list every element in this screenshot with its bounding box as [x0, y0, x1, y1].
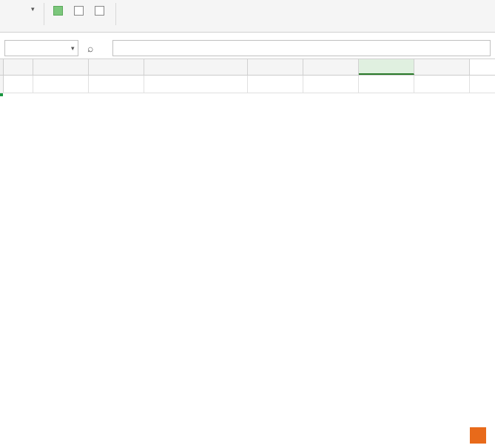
rows — [0, 76, 495, 93]
zoom-icon[interactable]: ⌕ — [83, 42, 98, 54]
separator — [44, 3, 44, 25]
col-header-B[interactable] — [33, 59, 89, 75]
chevron-down-icon: ▾ — [71, 44, 75, 52]
col-header-C[interactable] — [89, 59, 144, 75]
cell[interactable] — [33, 76, 89, 93]
chevron-down-icon: ▾ — [31, 5, 35, 13]
name-box[interactable]: ▾ — [4, 40, 78, 56]
table-row — [0, 76, 495, 93]
page-preview-button[interactable] — [0, 3, 6, 25]
cell[interactable] — [303, 76, 359, 93]
checkbox-icon — [74, 6, 84, 16]
show-button[interactable] — [122, 3, 128, 25]
formula-input[interactable] — [112, 40, 491, 56]
print-gridlines-checkbox[interactable] — [71, 3, 89, 18]
column-headers — [0, 59, 495, 76]
cell[interactable] — [4, 76, 33, 93]
watermark — [470, 427, 489, 444]
cell[interactable] — [359, 76, 414, 93]
col-header-H[interactable] — [414, 59, 470, 75]
ribbon: ▾ — [0, 0, 495, 33]
col-header-F[interactable] — [303, 59, 359, 75]
task-pane-checkbox[interactable] — [50, 3, 68, 18]
separator — [115, 3, 116, 25]
watermark-badge-icon — [470, 427, 486, 444]
fullscreen-button[interactable] — [18, 3, 24, 25]
cell[interactable] — [89, 76, 144, 93]
custom-view-button[interactable] — [9, 3, 15, 25]
spreadsheet-grid — [0, 59, 495, 93]
cell[interactable] — [414, 76, 470, 93]
reading-mode-button[interactable]: ▾ — [27, 3, 38, 25]
active-cell-selection — [0, 93, 3, 96]
cell[interactable] — [144, 76, 248, 93]
col-header-A[interactable] — [4, 59, 33, 75]
cell[interactable] — [248, 76, 303, 93]
col-header-G[interactable] — [359, 59, 414, 75]
formula-bar: ▾ ⌕ — [0, 37, 495, 59]
print-headings-checkbox[interactable] — [92, 3, 110, 18]
col-header-D[interactable] — [144, 59, 248, 75]
checkbox-checked-icon — [53, 6, 63, 16]
col-header-E[interactable] — [248, 59, 303, 75]
checkbox-icon — [95, 6, 104, 16]
